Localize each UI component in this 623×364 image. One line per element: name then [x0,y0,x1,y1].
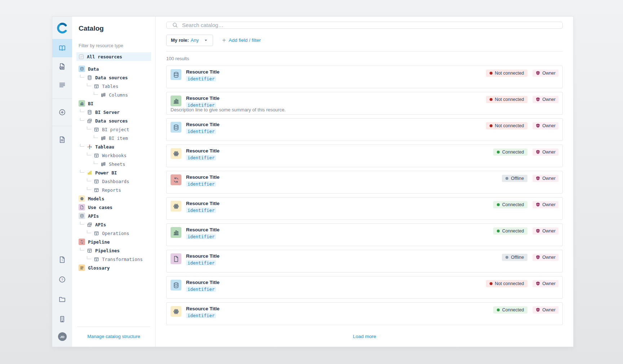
barchart-icon [171,227,181,238]
tree-item-sheets[interactable]: Sheets [72,160,155,168]
list-lines-button[interactable] [52,76,72,94]
tree-item-tables[interactable]: Tables [72,82,155,90]
status-badge: Not connected [486,280,528,287]
manage-catalog-link[interactable]: Manage catalog structure [87,334,140,339]
db-icon [171,280,181,290]
catalog-sidebar: Catalog Filter by resource type All reso… [72,17,156,347]
sql-file-button[interactable]: SQL [52,57,72,76]
tree-connector [80,248,84,250]
tree-item-glossary[interactable]: Glossary [72,263,155,272]
resource-description: Description line to give some summary of… [171,107,286,112]
tree-item-apis[interactable]: APIs [72,220,155,229]
tree-item-label: Models [88,196,104,201]
status-label: Not connected [495,281,524,286]
tree-item-data-sources[interactable]: Data sources [72,73,155,82]
my-role-value: Any [191,37,199,43]
powerbi-icon [87,170,92,176]
add-filter-button[interactable]: Add field / filter [222,37,261,43]
rail-divider [52,98,72,99]
tree-item-label: Data [88,66,99,72]
tree-item-transformations[interactable]: Transformations [72,255,155,263]
tree-item-bi-item[interactable]: BI item [72,134,155,142]
help-circle-button[interactable]: ? [52,270,72,289]
resource-identifier[interactable]: identifier [186,287,216,292]
status-label: Offline [511,176,524,181]
tree-item-power-bi[interactable]: Power BI [72,168,155,177]
resource-text: Resource Titleidentifier [186,227,220,243]
resource-identifier[interactable]: identifier [186,155,216,160]
tree-item-pipelines[interactable]: Pipelines [72,246,155,255]
resource-card[interactable]: Resource TitleidentifierConnectedOwner [166,302,563,325]
plus-circle-button[interactable] [52,103,72,121]
tree-item-reports[interactable]: Reports [72,186,155,194]
svg-text:SQL: SQL [60,67,63,68]
resource-text: Resource Titleidentifier [186,280,220,295]
resource-identifier[interactable]: identifier [186,129,216,134]
tree-item-use-cases[interactable]: Use cases [72,203,155,212]
status-badge: Not connected [486,96,528,103]
glossary-icon [79,265,85,271]
all-resources-filter[interactable]: All resources [76,52,151,61]
rail-bottom-group: ?? [52,250,72,329]
resource-identifier[interactable]: identifier [186,260,216,266]
tree-item-columns[interactable]: Columns [72,90,155,99]
card-badges: Not connectedOwner [486,280,558,287]
tree-item-bi-project[interactable]: BI project [72,125,155,134]
table3d-icon [87,118,92,124]
status-label: Connected [502,150,524,155]
owner-badge: Owner [533,201,558,208]
book-button[interactable] [52,39,72,57]
tree-item-dashboards[interactable]: Dashboards [72,177,155,186]
columns-icon [101,161,106,167]
tree-item-workbooks[interactable]: Workbooks [72,151,155,160]
table-icon [94,153,99,158]
status-dot-icon [497,230,500,232]
owner-label: Owner [542,202,556,207]
building-button[interactable] [52,309,72,329]
app-logo-icon[interactable] [57,22,68,34]
resource-card[interactable]: Resource TitleidentifierNot connectedOwn… [166,276,563,299]
resource-card[interactable]: Resource TitleidentifierConnectedOwner [166,223,563,246]
resource-identifier[interactable]: identifier [186,181,216,187]
owner-badge: Owner [533,175,558,182]
resource-card[interactable]: Resource TitleidentifierNot connectedOwn… [166,66,563,88]
resource-card[interactable]: Resource TitleidentifierDescription line… [166,92,563,115]
my-role-filter[interactable]: My role: Any [166,35,213,46]
tree-item-bi-server[interactable]: BI Server [72,108,155,116]
user-avatar[interactable]: JD [58,332,67,341]
resource-card[interactable]: Resource TitleidentifierConnectedOwner [166,197,563,220]
resource-card[interactable]: Resource TitleidentifierConnectedOwner [166,145,563,167]
file-question-button[interactable]: ? [52,250,72,270]
resource-identifier[interactable]: identifier [186,76,216,81]
document-button[interactable] [52,130,72,149]
resource-identifier[interactable]: identifier [186,208,216,213]
status-label: Not connected [495,97,524,102]
shield-icon [535,255,540,260]
status-badge: Connected [493,306,527,314]
tree-connector [94,92,98,95]
owner-badge: Owner [533,148,558,156]
resource-card[interactable]: Resource TitleidentifierOfflineOwner [166,250,563,272]
resource-title: Resource Title [186,122,220,128]
folder-button[interactable] [52,289,72,309]
resource-identifier[interactable]: identifier [186,234,216,239]
resource-title: Resource Title [186,253,220,259]
tree-item-data-sources[interactable]: Data sources [72,116,155,125]
tree-item-bi[interactable]: BI [72,99,155,108]
load-more-link[interactable]: Load more [353,334,376,339]
resource-text: Resource Titleidentifier [186,148,220,164]
tree-item-apis[interactable]: APIs [72,212,155,220]
all-resources-checkbox[interactable] [79,54,84,59]
resource-title: Resource Title [186,227,220,233]
resource-card[interactable]: Resource TitleidentifierNot connectedOwn… [166,118,563,141]
tree-item-operations[interactable]: Operations [72,229,155,238]
tree-item-tableau[interactable]: Tableau [72,142,155,151]
search-input[interactable] [182,22,557,28]
tree-item-data[interactable]: Data [72,65,155,73]
resource-card[interactable]: Resource TitleidentifierOfflineOwner [166,171,563,194]
resource-identifier[interactable]: identifier [186,313,216,318]
tree-item-pipeline[interactable]: Pipeline [72,238,155,246]
status-badge: Connected [493,148,527,156]
resource-text: Resource Titleidentifier [186,253,220,269]
tree-item-models[interactable]: Models [72,194,155,203]
